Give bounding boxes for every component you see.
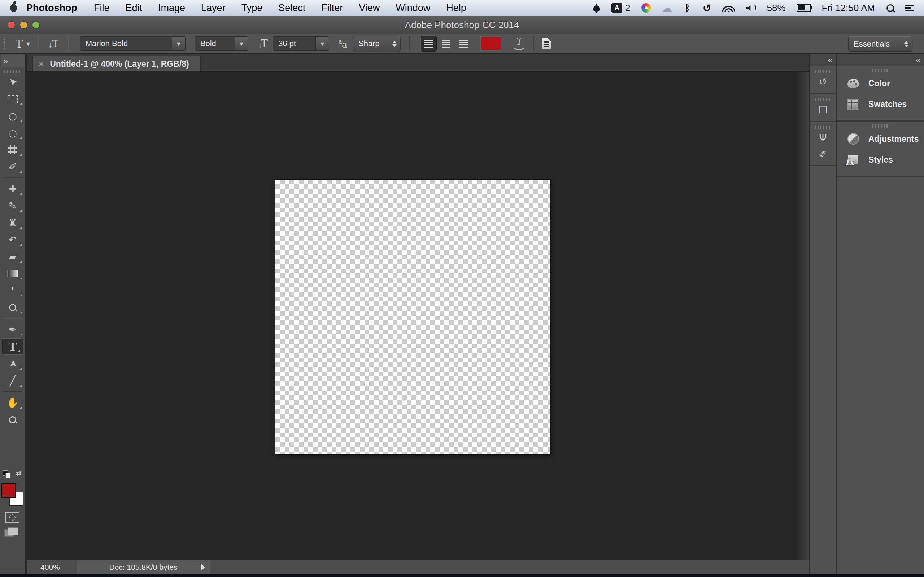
warp-text-icon[interactable]: T xyxy=(511,36,525,51)
menu-image[interactable]: Image xyxy=(150,3,193,14)
panel-grip[interactable] xyxy=(872,124,888,128)
menu-window[interactable]: Window xyxy=(388,3,438,14)
swatches-panel-icon xyxy=(847,99,860,110)
wifi-icon[interactable] xyxy=(722,3,735,13)
document-tab[interactable]: × Untitled-1 @ 400% (Layer 1, RGB/8) xyxy=(32,56,201,71)
align-left-button[interactable] xyxy=(421,36,437,52)
tab-swatches[interactable]: Swatches xyxy=(837,94,924,115)
tools-grip[interactable] xyxy=(4,69,21,73)
battery-icon[interactable] xyxy=(796,3,811,13)
menu-edit[interactable]: Edit xyxy=(118,3,150,14)
panel-label: Color xyxy=(868,79,890,89)
zoom-tool[interactable] xyxy=(0,411,25,428)
line-tool[interactable]: ╱ xyxy=(0,372,25,389)
lasso-tool[interactable]: ○ xyxy=(0,108,25,124)
text-orientation-toggle[interactable]: ↓ T xyxy=(48,38,58,49)
pinwheel-app-icon[interactable] xyxy=(641,3,651,13)
volume-icon[interactable] xyxy=(746,3,756,13)
color-panel-icon xyxy=(847,79,860,88)
hidden-tools-corner-icon xyxy=(18,350,20,352)
paragraph-align-group xyxy=(421,36,472,52)
notifications-bell-icon[interactable] xyxy=(592,3,601,13)
pen-tool[interactable]: ✒ xyxy=(0,321,25,338)
clone-stamp-tool[interactable]: ♜ xyxy=(0,214,25,231)
spot-healing-brush-tool[interactable]: ✚ xyxy=(0,180,25,197)
brush-tool[interactable]: ✎ xyxy=(0,197,25,214)
type-tool[interactable]: T xyxy=(2,338,23,355)
notification-center-icon[interactable] xyxy=(905,3,914,13)
dodge-tool[interactable] xyxy=(0,299,25,316)
icon-panel-group: ❒ xyxy=(810,94,836,122)
collapse-icon-dock-button[interactable]: « xyxy=(810,54,837,66)
chevron-down-icon: ▼ xyxy=(172,37,185,50)
status-popup-arrow-icon[interactable] xyxy=(201,564,205,571)
blur-tool[interactable]: ❜ xyxy=(0,282,25,299)
panel-grip[interactable] xyxy=(815,69,831,73)
menu-clock[interactable]: Fri 12:50 AM xyxy=(822,3,875,14)
divider xyxy=(533,36,534,52)
options-grip[interactable] xyxy=(3,37,5,50)
align-right-button[interactable] xyxy=(456,36,472,52)
apple-menu-icon[interactable] xyxy=(10,4,17,12)
menu-help[interactable]: Help xyxy=(438,3,474,14)
default-colors-icon[interactable]: ⇄ xyxy=(3,470,23,480)
quick-selection-tool[interactable]: ◌ xyxy=(0,124,25,141)
3d-panel-button[interactable]: ❒ xyxy=(810,102,836,118)
font-size-select[interactable]: 36 pt ▼ xyxy=(273,36,329,51)
brush-presets-panel-button[interactable]: Ψ xyxy=(810,130,836,146)
menu-view[interactable]: View xyxy=(351,3,388,14)
collapse-panel-dock-button[interactable]: « xyxy=(837,54,924,66)
anti-alias-select[interactable]: Sharp xyxy=(353,36,401,51)
brush-panel-button[interactable]: ✎ xyxy=(810,146,836,161)
zoom-level-field[interactable]: 400% xyxy=(40,563,75,572)
time-machine-icon[interactable]: ↺ xyxy=(703,3,711,13)
foreground-color-swatch[interactable] xyxy=(2,483,16,498)
path-selection-tool[interactable]: ➤ xyxy=(0,355,25,372)
swap-colors-icon[interactable]: ⇄ xyxy=(16,469,22,477)
font-style-select[interactable]: Bold ▼ xyxy=(195,36,248,51)
tab-adjustments[interactable]: Adjustments xyxy=(837,128,924,149)
divider xyxy=(38,36,39,52)
workspace-switcher[interactable]: Essentials xyxy=(848,36,913,52)
move-tool[interactable]: ➤ xyxy=(0,74,25,90)
crop-tool[interactable] xyxy=(0,141,25,158)
tools-panel-header[interactable]: » xyxy=(1,55,24,68)
panel-grip[interactable] xyxy=(872,69,888,72)
canvas-pasteboard[interactable] xyxy=(27,72,809,560)
eraser-tool[interactable]: ▰ xyxy=(0,248,25,265)
text-color-swatch[interactable] xyxy=(481,37,501,50)
quick-mask-button[interactable] xyxy=(5,512,19,523)
screen-mode-button[interactable] xyxy=(4,527,19,538)
history-brush-tool[interactable]: ↶ xyxy=(0,231,25,248)
hidden-tools-corner-icon xyxy=(20,367,23,370)
creative-cloud-icon[interactable]: ☁ xyxy=(662,3,672,13)
rectangular-marquee-tool[interactable] xyxy=(0,90,25,108)
doc-info[interactable]: Doc: 105.8K/0 bytes xyxy=(76,561,210,574)
tab-color[interactable]: Color xyxy=(837,73,924,94)
adobe-updates-icon[interactable]: A 2 xyxy=(611,3,630,13)
tool-preset-picker[interactable]: T ▼ xyxy=(16,37,30,50)
font-family-select[interactable]: Marion Bold ▼ xyxy=(80,36,186,51)
hand-tool[interactable]: ✋ xyxy=(0,394,25,411)
tool-list: ➤○◌✐✚✎♜↶▰❜✒T➤╱✋ xyxy=(0,74,25,428)
menu-file[interactable]: File xyxy=(86,3,118,14)
close-tab-icon[interactable]: × xyxy=(39,58,44,69)
menu-type[interactable]: Type xyxy=(234,3,271,14)
eyedropper-tool[interactable]: ✐ xyxy=(0,158,25,175)
menu-select[interactable]: Select xyxy=(270,3,313,14)
bluetooth-icon[interactable]: ᛒ xyxy=(683,3,692,13)
spotlight-icon[interactable] xyxy=(886,3,894,13)
menu-photoshop[interactable]: Photoshop xyxy=(21,3,86,14)
panel-grip[interactable] xyxy=(815,126,831,129)
gradient-tool[interactable] xyxy=(0,265,25,282)
history-panel-button[interactable]: ↺ xyxy=(810,74,836,89)
menu-filter[interactable]: Filter xyxy=(313,3,351,14)
line-tool-icon: ╱ xyxy=(10,375,16,386)
document-tab-bar: × Untitled-1 @ 400% (Layer 1, RGB/8) xyxy=(27,54,809,72)
align-center-button[interactable] xyxy=(438,36,454,52)
toggle-panels-icon[interactable] xyxy=(542,38,551,49)
canvas-transparent[interactable] xyxy=(275,180,551,455)
menu-layer[interactable]: Layer xyxy=(193,3,234,14)
tab-styles[interactable]: fxStyles xyxy=(837,149,924,170)
panel-grip[interactable] xyxy=(815,98,831,101)
